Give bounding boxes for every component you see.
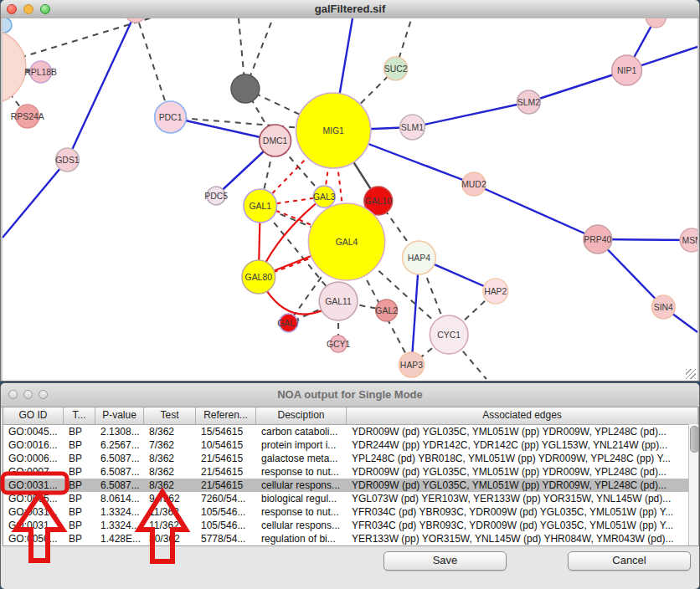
cell[interactable]: YER133W (pp) YOR315W, YNL145W (pd) YHR08…: [347, 532, 698, 545]
edge-bigleft-pt[interactable]: [3, 18, 172, 67]
cell[interactable]: BP: [64, 479, 95, 492]
cell[interactable]: GO:0031...: [3, 505, 64, 519]
cell[interactable]: 8.0614...: [95, 492, 144, 505]
cell[interactable]: galactose meta...: [256, 452, 347, 465]
cell[interactable]: 105/546...: [196, 519, 256, 532]
cell[interactable]: 1.428E...: [95, 532, 144, 545]
column-header-associated-edges[interactable]: Associated edges: [347, 407, 698, 424]
table-scrollbar[interactable]: [688, 424, 698, 545]
cell[interactable]: 6.2567...: [95, 438, 144, 452]
node-corner[interactable]: [3, 18, 12, 33]
cell[interactable]: GO:0006...: [3, 452, 64, 465]
node-bigleft[interactable]: [3, 30, 26, 104]
cell[interactable]: 105/546...: [196, 505, 256, 519]
cell[interactable]: GO:0065...: [3, 492, 64, 505]
cell[interactable]: BP: [64, 452, 95, 465]
save-button[interactable]: Save: [383, 551, 507, 571]
cell[interactable]: 5778/54...: [196, 532, 256, 545]
cell[interactable]: YDR009W (pd) YGL035C, YML051W (pp) YDR00…: [347, 425, 698, 438]
table-row[interactable]: GO:0065...BP8.0614...94/3627260/54...bio…: [3, 492, 698, 505]
cancel-button[interactable]: Cancel: [568, 551, 691, 571]
cell[interactable]: 7/362: [144, 438, 196, 452]
edge-mud2-prp40[interactable]: [474, 184, 598, 239]
cell[interactable]: 2.1308...: [95, 425, 144, 438]
cell[interactable]: BP: [64, 492, 95, 505]
cell[interactable]: protein import i...: [256, 438, 347, 452]
table-row[interactable]: GO:0031...BP1.3324...11/362105/546...res…: [3, 505, 698, 519]
cell[interactable]: 10/54615: [196, 438, 256, 452]
scrollbar-thumb[interactable]: [690, 426, 699, 453]
column-header-p-value[interactable]: P-value: [95, 407, 144, 424]
cell[interactable]: YFR034C (pd) YBR093C, YDR009W (pd) YGL03…: [347, 519, 698, 532]
cell[interactable]: GO:0031...: [3, 479, 64, 492]
cell[interactable]: 80/362: [144, 532, 196, 545]
cell[interactable]: YDR009W (pd) YGL035C, YML051W (pp) YDR00…: [347, 465, 698, 479]
cell[interactable]: YFR034C (pd) YBR093C, YDR009W (pd) YGL03…: [347, 505, 698, 519]
column-header-referen-[interactable]: Referen...: [196, 407, 256, 424]
cell[interactable]: GO:0031...: [3, 519, 64, 532]
cell[interactable]: 6.5087...: [95, 465, 144, 479]
cell[interactable]: regulation of bi...: [256, 532, 347, 545]
table-row[interactable]: GO:0050...BP1.428E...80/3625778/54...reg…: [3, 532, 698, 545]
cell[interactable]: BP: [64, 465, 95, 479]
cell[interactable]: 7260/54...: [196, 492, 256, 505]
table-row[interactable]: GO:0016...BP6.2567...7/36210/54615protei…: [3, 438, 698, 452]
cell[interactable]: 11/362: [144, 519, 196, 532]
column-header-t-[interactable]: T...: [64, 407, 95, 424]
resize-grip[interactable]: [686, 369, 696, 379]
cell[interactable]: cellular respons...: [256, 519, 347, 532]
cell[interactable]: BP: [64, 519, 95, 532]
node-topright[interactable]: [646, 18, 666, 28]
column-header-desciption[interactable]: Desciption: [256, 407, 347, 424]
cell[interactable]: 1.3324...: [95, 505, 144, 519]
column-header-test[interactable]: Test: [144, 407, 196, 424]
cell[interactable]: YDR009W (pd) YGL035C, YML051W (pp) YDR00…: [347, 479, 698, 492]
cell[interactable]: cellular respons...: [256, 479, 347, 492]
cell[interactable]: 8/362: [144, 425, 196, 438]
cell[interactable]: GO:0007...: [3, 465, 64, 479]
cell[interactable]: 8/362: [144, 479, 196, 492]
cell[interactable]: BP: [64, 532, 95, 545]
table-row[interactable]: GO:0045...BP2.1308...8/36215/54615carbon…: [3, 425, 698, 438]
cell[interactable]: YDR244W (pp) YDR142C, YDR142C (pp) YGL15…: [347, 438, 698, 452]
cell[interactable]: 8/362: [144, 452, 196, 465]
cell[interactable]: carbon cataboli...: [256, 425, 347, 438]
edge-gds1-pt[interactable]: [3, 160, 67, 238]
node-gray1[interactable]: [231, 74, 260, 103]
noa-window-titlebar[interactable]: NOA output for Single Mode: [1, 383, 699, 407]
cell[interactable]: 6.5087...: [95, 452, 144, 465]
cell[interactable]: GO:0045...: [3, 425, 64, 438]
cell[interactable]: 6.5087...: [95, 479, 144, 492]
cell[interactable]: BP: [64, 505, 95, 519]
cell[interactable]: GO:0016...: [3, 438, 64, 452]
cell[interactable]: 11/362: [144, 505, 196, 519]
table-row[interactable]: GO:0007...BP6.5087...8/36221/54615respon…: [3, 465, 698, 479]
cell[interactable]: biological regul...: [256, 492, 347, 505]
edge-slm1-slm2[interactable]: [412, 102, 528, 127]
cell[interactable]: 21/54615: [196, 465, 256, 479]
network-canvas[interactable]: RPL18BRPS24AGDS1PDC1DMC1MIG1SUC2SLM1SLM2…: [1, 18, 699, 381]
column-header-go-id[interactable]: GO ID: [3, 407, 64, 424]
cell[interactable]: 1.3324...: [95, 519, 144, 532]
table-row[interactable]: GO:0031...BP1.3324...11/362105/546...cel…: [3, 519, 698, 532]
cell[interactable]: 21/54615: [196, 479, 256, 492]
cell[interactable]: 21/54615: [196, 452, 256, 465]
cell[interactable]: 94/362: [144, 492, 196, 505]
table-row[interactable]: GO:0006...BP6.5087...8/36221/54615galact…: [3, 452, 698, 465]
cell[interactable]: YGL073W (pd) YER103W, YER133W (pp) YOR31…: [347, 492, 698, 505]
table-row[interactable]: GO:0031...BP6.5087...8/36221/54615cellul…: [3, 479, 698, 492]
cell[interactable]: YPL248C (pd) YBR018C, YML051W (pp) YDR00…: [347, 452, 698, 465]
edge-topc-gds1[interactable]: [67, 18, 135, 160]
cell[interactable]: BP: [64, 425, 95, 438]
node-topc[interactable]: [126, 18, 146, 23]
cell[interactable]: GO:0050...: [3, 532, 64, 545]
network-window-titlebar[interactable]: galFiltered.sif: [1, 0, 699, 19]
node-label-MIG1: MIG1: [322, 126, 344, 136]
cell[interactable]: response to nut...: [256, 465, 347, 479]
network-graph[interactable]: RPL18BRPS24AGDS1PDC1DMC1MIG1SUC2SLM1SLM2…: [3, 18, 697, 381]
cell[interactable]: 8/362: [144, 465, 196, 479]
cell[interactable]: BP: [64, 438, 95, 452]
cell[interactable]: response to nut...: [256, 505, 347, 519]
cell[interactable]: 15/54615: [196, 425, 256, 438]
node-label-HAP4: HAP4: [408, 254, 430, 263]
